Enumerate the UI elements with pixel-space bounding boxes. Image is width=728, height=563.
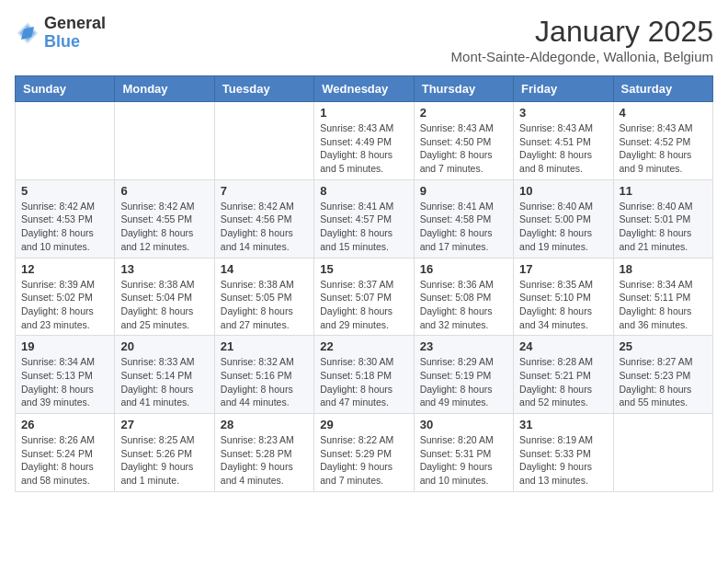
day-info: Sunrise: 8:43 AM Sunset: 4:50 PM Dayligh…	[420, 121, 507, 176]
calendar-cell: 20Sunrise: 8:33 AM Sunset: 5:14 PM Dayli…	[115, 336, 214, 414]
calendar-cell: 10Sunrise: 8:40 AM Sunset: 5:00 PM Dayli…	[514, 179, 613, 258]
calendar-cell: 27Sunrise: 8:25 AM Sunset: 5:26 PM Dayli…	[115, 414, 214, 492]
day-number: 29	[320, 418, 407, 431]
day-number: 21	[221, 339, 308, 353]
day-info: Sunrise: 8:33 AM Sunset: 5:14 PM Dayligh…	[120, 355, 208, 409]
weekday-header-row: SundayMondayTuesdayWednesdayThursdayFrid…	[16, 76, 713, 102]
day-number: 3	[519, 106, 607, 120]
calendar-cell	[214, 102, 313, 180]
day-number: 16	[420, 262, 507, 276]
day-number: 11	[620, 184, 707, 198]
day-number: 31	[519, 418, 607, 431]
calendar-cell: 7Sunrise: 8:42 AM Sunset: 4:56 PM Daylig…	[214, 179, 313, 258]
day-info: Sunrise: 8:32 AM Sunset: 5:16 PM Dayligh…	[221, 355, 308, 409]
calendar-week-row: 1Sunrise: 8:43 AM Sunset: 4:49 PM Daylig…	[16, 102, 713, 180]
calendar-cell: 28Sunrise: 8:23 AM Sunset: 5:28 PM Dayli…	[214, 414, 313, 492]
day-number: 4	[620, 106, 707, 120]
day-info: Sunrise: 8:26 AM Sunset: 5:24 PM Dayligh…	[21, 433, 108, 488]
calendar-week-row: 12Sunrise: 8:39 AM Sunset: 5:02 PM Dayli…	[16, 258, 713, 336]
weekday-header-tuesday: Tuesday	[214, 76, 313, 102]
day-info: Sunrise: 8:41 AM Sunset: 4:57 PM Dayligh…	[320, 200, 407, 254]
day-info: Sunrise: 8:43 AM Sunset: 4:49 PM Dayligh…	[320, 121, 407, 176]
day-number: 2	[420, 106, 507, 120]
calendar-cell: 3Sunrise: 8:43 AM Sunset: 4:51 PM Daylig…	[514, 102, 613, 180]
day-info: Sunrise: 8:34 AM Sunset: 5:13 PM Dayligh…	[21, 355, 108, 409]
day-info: Sunrise: 8:25 AM Sunset: 5:26 PM Dayligh…	[120, 433, 208, 488]
calendar-body: 1Sunrise: 8:43 AM Sunset: 4:49 PM Daylig…	[16, 102, 713, 492]
location-subtitle: Mont-Sainte-Aldegonde, Wallonia, Belgium	[451, 49, 713, 64]
logo-text: General Blue	[44, 15, 106, 52]
calendar-cell: 6Sunrise: 8:42 AM Sunset: 4:55 PM Daylig…	[115, 179, 214, 258]
calendar-week-row: 5Sunrise: 8:42 AM Sunset: 4:53 PM Daylig…	[16, 179, 713, 258]
logo-icon	[15, 20, 40, 46]
day-info: Sunrise: 8:19 AM Sunset: 5:33 PM Dayligh…	[519, 433, 607, 488]
day-info: Sunrise: 8:34 AM Sunset: 5:11 PM Dayligh…	[620, 278, 707, 332]
day-info: Sunrise: 8:41 AM Sunset: 4:58 PM Dayligh…	[420, 200, 507, 254]
day-number: 7	[221, 184, 308, 198]
calendar-cell: 24Sunrise: 8:28 AM Sunset: 5:21 PM Dayli…	[514, 336, 613, 414]
logo-blue: Blue	[44, 33, 106, 52]
weekday-header-monday: Monday	[115, 76, 214, 102]
day-info: Sunrise: 8:22 AM Sunset: 5:29 PM Dayligh…	[320, 433, 407, 488]
day-info: Sunrise: 8:27 AM Sunset: 5:23 PM Dayligh…	[620, 355, 707, 409]
calendar-table: SundayMondayTuesdayWednesdayThursdayFrid…	[15, 75, 713, 492]
day-info: Sunrise: 8:38 AM Sunset: 5:05 PM Dayligh…	[221, 278, 308, 332]
day-info: Sunrise: 8:36 AM Sunset: 5:08 PM Dayligh…	[420, 278, 507, 332]
calendar-cell: 12Sunrise: 8:39 AM Sunset: 5:02 PM Dayli…	[16, 258, 115, 336]
day-info: Sunrise: 8:28 AM Sunset: 5:21 PM Dayligh…	[519, 355, 607, 409]
day-number: 22	[320, 339, 407, 353]
calendar-cell: 30Sunrise: 8:20 AM Sunset: 5:31 PM Dayli…	[414, 414, 513, 492]
calendar-cell: 8Sunrise: 8:41 AM Sunset: 4:57 PM Daylig…	[314, 179, 414, 258]
day-number: 6	[120, 184, 208, 198]
calendar-cell: 15Sunrise: 8:37 AM Sunset: 5:07 PM Dayli…	[314, 258, 414, 336]
calendar-cell: 2Sunrise: 8:43 AM Sunset: 4:50 PM Daylig…	[414, 102, 513, 180]
calendar-cell: 29Sunrise: 8:22 AM Sunset: 5:29 PM Dayli…	[314, 414, 414, 492]
calendar-cell: 4Sunrise: 8:43 AM Sunset: 4:52 PM Daylig…	[613, 102, 712, 180]
calendar-cell: 11Sunrise: 8:40 AM Sunset: 5:01 PM Dayli…	[613, 179, 712, 258]
day-info: Sunrise: 8:39 AM Sunset: 5:02 PM Dayligh…	[21, 278, 108, 332]
day-info: Sunrise: 8:29 AM Sunset: 5:19 PM Dayligh…	[420, 355, 507, 409]
logo-general: General	[44, 15, 106, 33]
day-number: 19	[21, 339, 108, 353]
calendar-cell: 17Sunrise: 8:35 AM Sunset: 5:10 PM Dayli…	[514, 258, 613, 336]
day-number: 10	[519, 184, 607, 198]
calendar-cell: 25Sunrise: 8:27 AM Sunset: 5:23 PM Dayli…	[613, 336, 712, 414]
day-info: Sunrise: 8:38 AM Sunset: 5:04 PM Dayligh…	[120, 278, 208, 332]
weekday-header-thursday: Thursday	[414, 76, 513, 102]
calendar-cell: 31Sunrise: 8:19 AM Sunset: 5:33 PM Dayli…	[514, 414, 613, 492]
calendar-cell	[115, 102, 214, 180]
calendar-cell: 21Sunrise: 8:32 AM Sunset: 5:16 PM Dayli…	[214, 336, 313, 414]
calendar-cell	[613, 414, 712, 492]
day-number: 26	[21, 418, 108, 431]
calendar-cell: 23Sunrise: 8:29 AM Sunset: 5:19 PM Dayli…	[414, 336, 513, 414]
day-info: Sunrise: 8:37 AM Sunset: 5:07 PM Dayligh…	[320, 278, 407, 332]
page-header: General Blue January 2025 Mont-Sainte-Al…	[15, 15, 713, 64]
title-block: January 2025 Mont-Sainte-Aldegonde, Wall…	[451, 15, 713, 64]
day-number: 28	[221, 418, 308, 431]
calendar-cell: 26Sunrise: 8:26 AM Sunset: 5:24 PM Dayli…	[16, 414, 115, 492]
day-info: Sunrise: 8:35 AM Sunset: 5:10 PM Dayligh…	[519, 278, 607, 332]
day-number: 5	[21, 184, 108, 198]
day-number: 1	[320, 106, 407, 120]
day-number: 12	[21, 262, 108, 276]
calendar-header: SundayMondayTuesdayWednesdayThursdayFrid…	[16, 76, 713, 102]
calendar-cell: 13Sunrise: 8:38 AM Sunset: 5:04 PM Dayli…	[115, 258, 214, 336]
calendar-cell: 19Sunrise: 8:34 AM Sunset: 5:13 PM Dayli…	[16, 336, 115, 414]
day-info: Sunrise: 8:42 AM Sunset: 4:55 PM Dayligh…	[120, 200, 208, 254]
calendar-cell: 16Sunrise: 8:36 AM Sunset: 5:08 PM Dayli…	[414, 258, 513, 336]
day-number: 18	[620, 262, 707, 276]
day-number: 8	[320, 184, 407, 198]
day-number: 17	[519, 262, 607, 276]
day-info: Sunrise: 8:42 AM Sunset: 4:56 PM Dayligh…	[221, 200, 308, 254]
day-info: Sunrise: 8:42 AM Sunset: 4:53 PM Dayligh…	[21, 200, 108, 254]
day-number: 14	[221, 262, 308, 276]
calendar-week-row: 19Sunrise: 8:34 AM Sunset: 5:13 PM Dayli…	[16, 336, 713, 414]
calendar-week-row: 26Sunrise: 8:26 AM Sunset: 5:24 PM Dayli…	[16, 414, 713, 492]
calendar-cell	[16, 102, 115, 180]
day-info: Sunrise: 8:23 AM Sunset: 5:28 PM Dayligh…	[221, 433, 308, 488]
day-number: 9	[420, 184, 507, 198]
month-title: January 2025	[451, 15, 713, 49]
calendar-cell: 14Sunrise: 8:38 AM Sunset: 5:05 PM Dayli…	[214, 258, 313, 336]
calendar-cell: 9Sunrise: 8:41 AM Sunset: 4:58 PM Daylig…	[414, 179, 513, 258]
day-info: Sunrise: 8:40 AM Sunset: 5:01 PM Dayligh…	[620, 200, 707, 254]
